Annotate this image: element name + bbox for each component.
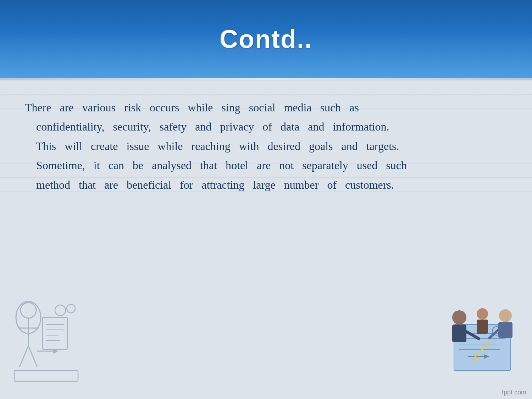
slide-content: There are various risk occurs while sing… [0,80,532,205]
svg-line-5 [28,346,37,367]
bottom-area [0,275,532,399]
svg-rect-6 [43,317,67,349]
svg-rect-32 [477,320,488,334]
slide-header: Contd.. [0,0,532,78]
slide: Contd.. There are various risk occurs wh… [0,0,532,399]
main-paragraph: There are various risk occurs while sing… [25,98,507,194]
svg-rect-15 [14,371,78,381]
svg-rect-29 [498,322,512,338]
svg-point-28 [499,309,512,322]
left-illustration [7,289,92,388]
right-illustration [440,307,521,388]
svg-rect-26 [452,325,466,342]
svg-point-31 [477,308,488,320]
slide-title: Contd.. [220,24,312,54]
svg-point-1 [21,303,36,318]
svg-point-25 [452,310,466,325]
svg-point-13 [55,305,66,316]
watermark: fppt.com [502,389,526,396]
svg-line-4 [20,346,28,367]
svg-point-14 [67,304,75,313]
